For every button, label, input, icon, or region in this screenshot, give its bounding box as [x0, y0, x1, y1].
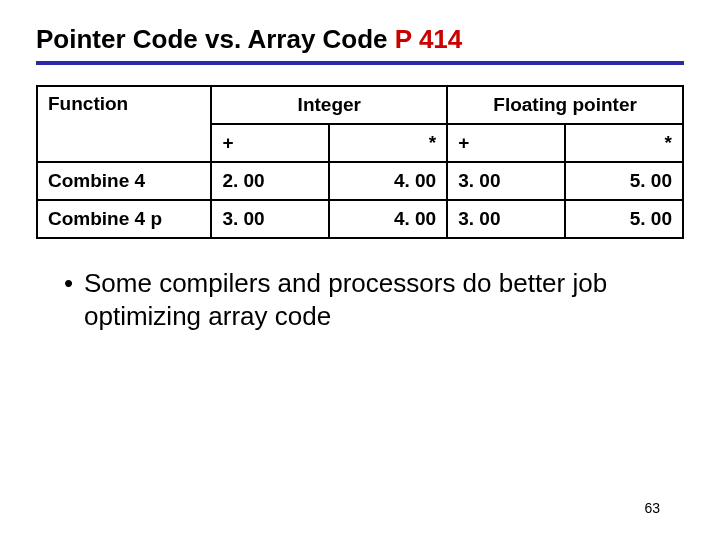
cell-function: Combine 4: [37, 162, 211, 200]
table-row: Combine 4 p 3. 00 4. 00 3. 00 5. 00: [37, 200, 683, 238]
cell-int-plus: 2. 00: [211, 162, 329, 200]
col-subheader-fp-star: *: [565, 124, 683, 162]
bullet-text: Some compilers and processors do better …: [84, 268, 607, 331]
title-underline: [36, 61, 684, 65]
bullet-list: •Some compilers and processors do better…: [36, 267, 684, 332]
col-subheader-int-star: *: [329, 124, 447, 162]
cell-fp-star: 5. 00: [565, 162, 683, 200]
page-number: 63: [644, 500, 660, 516]
title-main: Pointer Code vs. Array Code: [36, 24, 395, 54]
cell-function: Combine 4 p: [37, 200, 211, 238]
col-subheader-fp-plus: +: [447, 124, 565, 162]
cell-fp-star: 5. 00: [565, 200, 683, 238]
col-header-floating: Floating pointer: [447, 86, 683, 124]
cell-int-star: 4. 00: [329, 200, 447, 238]
slide-title: Pointer Code vs. Array Code P 414: [36, 24, 684, 55]
cell-int-plus: 3. 00: [211, 200, 329, 238]
table-header-row-1: Function Integer Floating pointer: [37, 86, 683, 124]
col-header-function: Function: [37, 86, 211, 162]
col-header-integer: Integer: [211, 86, 447, 124]
bullet-item: •Some compilers and processors do better…: [84, 267, 684, 332]
performance-table: Function Integer Floating pointer + * + …: [36, 85, 684, 239]
cell-int-star: 4. 00: [329, 162, 447, 200]
bullet-dot-icon: •: [64, 267, 84, 300]
col-subheader-int-plus: +: [211, 124, 329, 162]
cell-fp-plus: 3. 00: [447, 200, 565, 238]
cell-fp-plus: 3. 00: [447, 162, 565, 200]
slide: Pointer Code vs. Array Code P 414 Functi…: [0, 0, 720, 540]
table-row: Combine 4 2. 00 4. 00 3. 00 5. 00: [37, 162, 683, 200]
title-accent: P 414: [395, 24, 462, 54]
